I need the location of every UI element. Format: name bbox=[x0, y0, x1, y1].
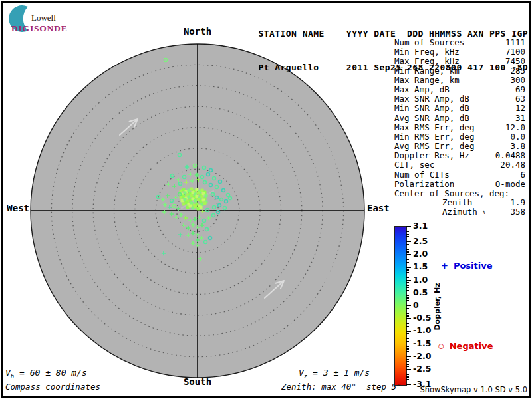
legend-positive-label: Positive bbox=[454, 261, 493, 271]
stats-row: Azimuth↑358 bbox=[394, 207, 525, 217]
stat-label: Min RMS Err, deg bbox=[394, 132, 474, 142]
stat-value: 12 bbox=[515, 104, 525, 113]
stat-label: Num of CITs bbox=[394, 170, 450, 180]
vertical-velocity-value: Vz = 3 ± 1 m/s bbox=[299, 368, 370, 380]
stats-row: Max Freq, kHz7450 bbox=[394, 57, 525, 66]
stats-row: Zenith1.9 bbox=[394, 198, 525, 207]
stats-row: Min Freq, kHz7100 bbox=[394, 47, 525, 57]
stat-value: 31 bbox=[515, 114, 525, 123]
stat-label: Azimuth↑ bbox=[394, 207, 486, 217]
stats-row: Max Range, km300 bbox=[394, 76, 525, 85]
compass-label-north: North bbox=[184, 26, 211, 37]
compass-label-south: South bbox=[184, 376, 211, 387]
colorbar-gradient bbox=[394, 226, 407, 386]
legend-negative: ○Negative bbox=[438, 341, 493, 351]
stat-label: Zenith bbox=[394, 198, 472, 207]
stats-row: CIT, sec20.48 bbox=[394, 160, 525, 170]
plus-icon: + bbox=[441, 261, 448, 271]
stat-value: 0.0 bbox=[510, 132, 525, 142]
stat-value: 12.0 bbox=[505, 123, 525, 132]
stat-value: 0.0488 bbox=[495, 151, 525, 160]
stat-value: 1.9 bbox=[510, 198, 525, 207]
stat-label: Avg RMS Err, deg bbox=[394, 142, 474, 151]
stats-row: Max Amp, dB69 bbox=[394, 85, 525, 94]
stats-row: Min SNR Amp, dB12 bbox=[394, 104, 525, 113]
azimuth-arrow-icon: ↑ bbox=[481, 207, 487, 217]
stats-row: PolarizationO-mode bbox=[394, 180, 525, 189]
source-core-point bbox=[203, 202, 207, 205]
stat-value: 3.8 bbox=[510, 142, 525, 151]
horizontal-velocity-value: Vh = 60 ± 80 m/s bbox=[5, 368, 87, 380]
stat-label: Max SNR Amp, dB bbox=[394, 94, 469, 104]
legend-positive: +Positive bbox=[441, 261, 493, 271]
stat-value: 1111 bbox=[505, 38, 525, 47]
version-text: ShowSkymap v 1.0 SD v 5.0 bbox=[420, 385, 527, 394]
stat-label: Num of Sources bbox=[394, 38, 464, 47]
stats-row: Num of Sources1111 bbox=[394, 38, 525, 47]
stats-row: Avg SNR Amp, dB31 bbox=[394, 114, 525, 123]
stat-value: 358 bbox=[510, 207, 525, 217]
stat-value: 69 bbox=[515, 85, 525, 94]
stat-label: Max Range, km bbox=[394, 76, 460, 85]
stat-value: O-mode bbox=[495, 180, 525, 189]
compass-label-west: West bbox=[4, 203, 29, 213]
stat-value: 300 bbox=[510, 76, 525, 85]
source-core-point bbox=[205, 194, 208, 198]
stats-panel: Num of Sources1111Min Freq, kHz7100Max F… bbox=[394, 38, 525, 217]
stats-row: Num of CITs6 bbox=[394, 170, 525, 180]
stats-row: Max SNR Amp, dB63 bbox=[394, 94, 525, 104]
stat-label: Center of Sources, deg: bbox=[394, 189, 509, 198]
colorbar-axis-label: Doppler, Hz bbox=[433, 283, 442, 330]
stat-value: 7450 bbox=[505, 57, 525, 66]
stat-label: Min SNR Amp, dB bbox=[394, 104, 469, 113]
stat-label: Avg SNR Amp, dB bbox=[394, 114, 469, 123]
stats-row: Max RMS Err, deg12.0 bbox=[394, 123, 525, 132]
stat-value: 7100 bbox=[505, 47, 525, 57]
zenith-range-note: Zenith: max 40° step 5° bbox=[281, 382, 402, 392]
stat-label: Doppler Res, Hz bbox=[394, 151, 469, 160]
stat-label: Min Freq, kHz bbox=[394, 47, 460, 57]
stat-label: Max Amp, dB bbox=[394, 85, 450, 94]
lowell-digisonde-logo: Lowell DIGISONDE bbox=[7, 3, 80, 36]
stat-value: 285 bbox=[510, 66, 525, 76]
stat-label: CIT, sec bbox=[394, 160, 434, 170]
stat-label: Max RMS Err, deg bbox=[394, 123, 474, 132]
legend-negative-label: Negative bbox=[450, 341, 493, 351]
stat-label: Min Range, km bbox=[394, 66, 460, 76]
stat-label: Polarization bbox=[394, 180, 454, 189]
circle-icon: ○ bbox=[438, 342, 444, 350]
logo-text-digisonde: DIGISONDE bbox=[11, 23, 67, 34]
logo-text-lowell: Lowell bbox=[31, 13, 56, 23]
stat-value: 6 bbox=[520, 170, 525, 180]
stats-row: Doppler Res, Hz0.0488 bbox=[394, 151, 525, 160]
compass-label-east: East bbox=[367, 203, 390, 213]
stats-row: Min RMS Err, deg0.0 bbox=[394, 132, 525, 142]
source-core-point bbox=[200, 206, 203, 209]
stats-row: Min Range, km285 bbox=[394, 66, 525, 76]
stat-label: Max Freq, kHz bbox=[394, 57, 460, 66]
stats-row: Center of Sources, deg: bbox=[394, 189, 525, 198]
coordinates-note: Compass coordinates bbox=[5, 382, 100, 392]
stats-row: Avg RMS Err, deg3.8 bbox=[394, 142, 525, 151]
stat-value: 63 bbox=[515, 94, 525, 104]
stat-value: 20.48 bbox=[500, 160, 525, 170]
